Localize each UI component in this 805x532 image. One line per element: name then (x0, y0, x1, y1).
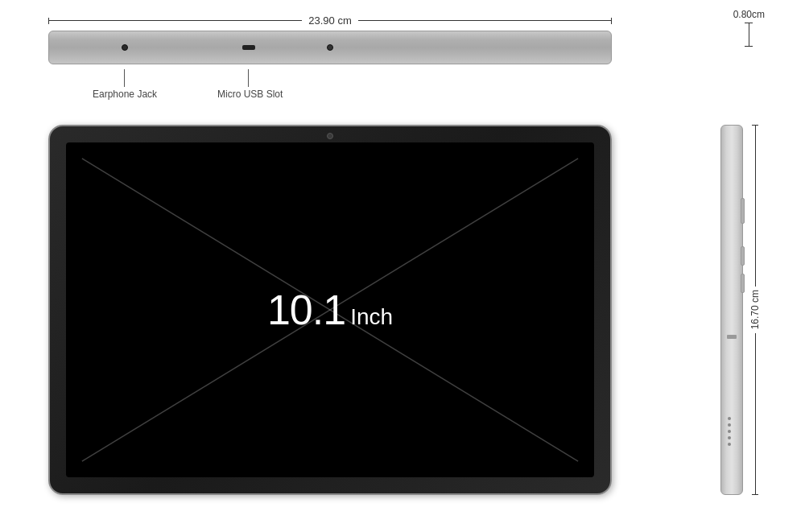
dim-line-right (358, 20, 611, 21)
speaker-dot-5 (728, 443, 731, 446)
thickness-section-top: 0.80cm (733, 6, 765, 47)
dim-line-left (49, 20, 302, 21)
tablet-front-body: 10.1Inch (48, 125, 612, 495)
micro-usb-indicator (242, 45, 255, 50)
height-label: 16.70 cm (749, 287, 761, 332)
thick-vert (749, 23, 749, 46)
speaker-dot-3 (728, 430, 731, 433)
speaker-dot-2 (728, 423, 731, 427)
tablet-screen: 10.1Inch (66, 142, 594, 477)
tablet-top-body (48, 31, 612, 64)
dim-tick-right (611, 18, 612, 24)
width-dimension: 23.90 cm (48, 14, 612, 27)
port-labels-section: Earphone Jack Micro USB Slot (48, 69, 612, 109)
volume-up-button (741, 246, 745, 266)
volume-down-button (741, 274, 745, 293)
height-line-bottom (755, 333, 756, 494)
camera-front (327, 133, 333, 139)
side-view-container: 16.70 cm (720, 125, 761, 495)
speaker-dot-1 (728, 417, 731, 420)
height-tick-bottom (752, 494, 758, 495)
tablet-top-view (48, 31, 612, 64)
screen-size-unit: Inch (350, 304, 393, 329)
thick-tick-bottom (745, 46, 753, 47)
height-dimension: 16.70 cm (749, 125, 761, 495)
height-line-top (755, 126, 756, 287)
earphone-label: Earphone Jack (93, 89, 157, 100)
power-button-side (741, 198, 745, 224)
front-view-section: 10.1Inch (48, 125, 612, 495)
screen-size-label: 10.1Inch (267, 289, 393, 331)
micro-usb-label: Micro USB Slot (217, 89, 283, 100)
speaker-dot-4 (728, 436, 731, 439)
tablet-side-profile (720, 125, 743, 495)
earphone-jack-indicator (122, 44, 128, 51)
speaker-grille (728, 417, 731, 446)
camera-top-indicator (327, 44, 333, 51)
thickness-label: 0.80cm (733, 9, 765, 20)
screen-size-number: 10.1 (267, 287, 345, 333)
side-connector (727, 335, 737, 339)
width-label: 23.90 cm (302, 14, 357, 27)
product-diagram: 23.90 cm Earphone Jack Micro USB Slot 0.… (0, 0, 805, 532)
earphone-label-line (124, 69, 125, 87)
usb-label-line (248, 69, 249, 87)
